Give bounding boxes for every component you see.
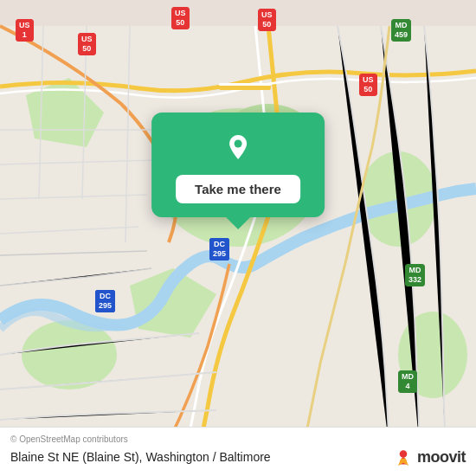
svg-point-19 — [235, 140, 242, 148]
shield-md4: MD4 — [398, 370, 417, 393]
copyright-text: © OpenStreetMap contributors — [10, 434, 466, 444]
moovit-brand-name: moovit — [417, 448, 466, 466]
shield-md459: MD459 — [391, 19, 411, 42]
shield-us50a: US50 — [78, 33, 96, 55]
moovit-brand-icon — [393, 447, 414, 467]
take-me-there-button[interactable]: Take me there — [176, 175, 300, 203]
location-line: Blaine St NE (Blaine St), Washington / B… — [10, 447, 466, 467]
info-bar: © OpenStreetMap contributors Blaine St N… — [0, 427, 476, 476]
location-text: Blaine St NE (Blaine St), Washington / B… — [10, 450, 271, 464]
svg-point-20 — [400, 450, 408, 458]
shield-us50c: US50 — [258, 9, 276, 31]
shield-us50b: US50 — [171, 7, 190, 29]
shield-us50d: US50 — [359, 74, 377, 96]
shield-dc295a: DC295 — [209, 238, 229, 261]
map-container: US1 US50 US50 US50 MD459 US50 DC295 DC29… — [0, 0, 476, 476]
shield-md332: MD332 — [405, 264, 425, 286]
moovit-logo: moovit — [393, 447, 466, 467]
shield-dc295b: DC295 — [95, 290, 115, 312]
shield-us1: US1 — [16, 19, 34, 42]
popup-card: Take me there — [151, 113, 325, 217]
svg-rect-17 — [219, 83, 271, 86]
map-pin-icon — [219, 128, 257, 166]
